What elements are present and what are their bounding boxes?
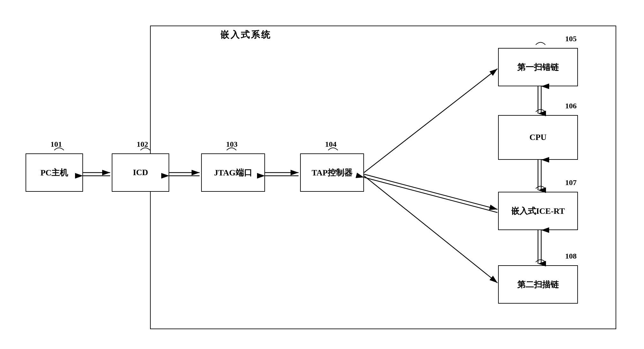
box-icd-label: ICD (133, 168, 148, 177)
diagram-container: 嵌入式系统 PC主机 101 ICD 102 JTAG端口 103 TAP控制器… (13, 13, 631, 336)
box-ice-label: 嵌入式ICE-RT (511, 206, 565, 217)
box-pc: PC主机 (26, 153, 83, 192)
ref-105: 105 (565, 35, 577, 43)
ref-103: 103 (226, 140, 238, 149)
box-tap-label: TAP控制器 (312, 167, 352, 178)
box-scan2: 第二扫描链 (498, 265, 578, 304)
box-ice: 嵌入式ICE-RT (498, 192, 578, 230)
box-scan1: 第一扫锚链 (498, 48, 578, 86)
box-scan2-label: 第二扫描链 (517, 279, 559, 290)
box-cpu: CPU (498, 115, 578, 160)
ref-101: 101 (50, 140, 62, 149)
ref-102: 102 (137, 140, 148, 149)
box-scan1-label: 第一扫锚链 (517, 62, 559, 73)
ref-104: 104 (325, 140, 337, 149)
box-cpu-label: CPU (529, 133, 546, 142)
ref-107: 107 (565, 178, 577, 187)
box-icd: ICD (112, 153, 169, 192)
ref-106: 106 (565, 102, 577, 110)
box-pc-label: PC主机 (41, 167, 68, 178)
box-jtag-label: JTAG端口 (214, 167, 252, 178)
ref-108: 108 (565, 252, 577, 260)
embedded-system-label: 嵌入式系统 (220, 29, 271, 41)
box-jtag: JTAG端口 (201, 153, 265, 192)
box-tap: TAP控制器 (300, 153, 364, 192)
